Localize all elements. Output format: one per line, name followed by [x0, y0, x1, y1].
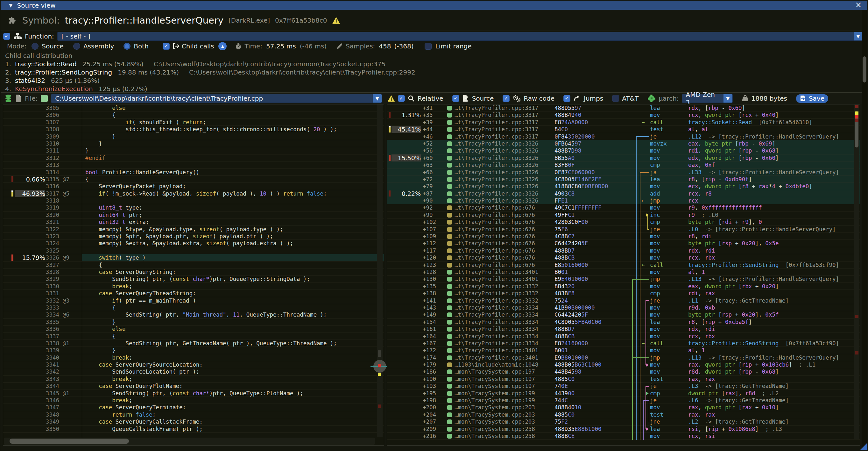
- source-line[interactable]: 3330 break;: [3, 283, 384, 290]
- asm-instruction-row[interactable]: +123…t\TracyProfiler.hpp:676E850160000←c…: [387, 262, 860, 269]
- source-line[interactable]: 3312#endif: [3, 154, 384, 161]
- asm-instruction-row[interactable]: +190…mon\TracySystem.cpp:1974885C0testra…: [387, 375, 860, 383]
- asm-instruction-row[interactable]: +109…t\TracyProfiler.hpp:6764C8BC7movr8,…: [387, 233, 860, 240]
- asm-instruction-row[interactable]: +63…t\TracyProfiler.cpp:332683F80Fcmpeax…: [387, 161, 860, 169]
- asm-instruction-row[interactable]: +79…t\TracyProfiler.cpp:3326418B8C80E0BF…: [387, 183, 860, 190]
- source-line[interactable]: 15.79%3326@9 switch( type ): [3, 254, 384, 261]
- close-icon[interactable]: ×: [854, 1, 863, 9]
- jumps-checkbox[interactable]: ✓: [563, 95, 570, 102]
- limit-range-checkbox[interactable]: [425, 43, 432, 50]
- source-line[interactable]: 3324 memcpy( &extra, &payload.extra, siz…: [3, 240, 384, 247]
- source-line[interactable]: 3322 memcpy( &type, &payload.type, sizeo…: [3, 226, 384, 233]
- source-line[interactable]: 46.93%3317@5 if( !m_sock->Read( &payload…: [3, 190, 384, 197]
- source-line[interactable]: 3329 SendString( ptr, (const char*)ptr, …: [3, 275, 384, 282]
- asm-instruction-row[interactable]: +120…t\TracyProfiler.hpp:676488BCBmovrcx…: [387, 254, 860, 261]
- asm-instruction-row[interactable]: 45.41%+44…t\TracyProfiler.cpp:331784C0te…: [387, 126, 860, 133]
- asm-instruction-row[interactable]: +174…t\TracyProfiler.cpp:3401E9B8010000j…: [387, 354, 860, 361]
- asm-instruction-row[interactable]: +154…t\TracyProfiler.cpp:33344C8D055FBA0…: [387, 319, 860, 326]
- source-line[interactable]: 3310 }: [3, 140, 384, 147]
- raw-code-checkbox[interactable]: ✓: [503, 95, 509, 102]
- source-line[interactable]: 3308 std::this_thread::sleep_for( std::c…: [3, 126, 384, 133]
- asm-instruction-row[interactable]: +207…mon\TracySystem.cpp:20375F2jne.L2 -…: [387, 418, 860, 425]
- source-line[interactable]: 3325: [3, 247, 384, 254]
- asm-instruction-row[interactable]: +164…t\TracyProfiler.cpp:3334488BCBmovrc…: [387, 333, 860, 340]
- child-calls-checkbox[interactable]: ✓: [163, 43, 169, 50]
- asm-instruction-row[interactable]: +209…mon\TracySystem.cpp:258488D35E88610…: [387, 425, 860, 432]
- source-line[interactable]: 3313: [3, 161, 384, 169]
- child-call-item[interactable]: 3.stat64i32625 μs (1.36%): [5, 77, 862, 85]
- child-call-item[interactable]: 2.tracy::Profiler::SendLongString19.88 m…: [5, 68, 862, 77]
- file-select[interactable]: C:\Users\wolf\Desktop\darkrl\contrib\tra…: [51, 94, 382, 103]
- asm-instruction-row[interactable]: 1.31%+35…t\TracyProfiler.cpp:3317488B494…: [387, 112, 860, 119]
- asm-instruction-row[interactable]: +200…mon\TracySystem.cpp:203488B4010movr…: [387, 404, 860, 411]
- att-checkbox[interactable]: [612, 95, 619, 102]
- radio-source[interactable]: [32, 43, 38, 50]
- asm-instruction-row[interactable]: +195…mon\TracySystem.cpp:199443900cmpdwo…: [387, 390, 860, 397]
- source-line[interactable]: 3348 return false;: [3, 411, 384, 418]
- source-line[interactable]: 3350 QueueCallstackFrame( ptr );: [3, 425, 384, 432]
- asm-instruction-row[interactable]: +204…mon\TracySystem.cpp:2034885C0testra…: [387, 411, 860, 418]
- source-line[interactable]: 3340 break;: [3, 354, 384, 361]
- source-line[interactable]: 3305 else: [3, 104, 384, 112]
- asm-instruction-row[interactable]: +216…mon\TracySystem.cpp:258488BCEmovrcx…: [387, 432, 860, 440]
- asm-instruction-row[interactable]: +186…mon\TracySystem.cpp:197448B4598movr…: [387, 368, 860, 375]
- source-minimap[interactable]: [377, 104, 382, 437]
- child-call-item[interactable]: 4.KeSynchronizeExecution125 μs (0.27%): [5, 85, 862, 92]
- source-checkbox[interactable]: ✓: [452, 95, 459, 102]
- collapse-icon[interactable]: ▼: [9, 3, 13, 8]
- asm-instruction-row[interactable]: 0.22%+87…t\TracyProfiler.cpp:33264903C8a…: [387, 190, 860, 197]
- source-line[interactable]: 3332@3 if( ptr == m_mainThread ): [3, 297, 384, 304]
- asm-instruction-row[interactable]: +138…t\TracyProfiler.cpp:3332483BF8cmprd…: [387, 290, 860, 297]
- child-call-item[interactable]: 1.tracy::Socket::Read25.25 ms (54.89%)C:…: [5, 60, 862, 68]
- asm-instruction-row[interactable]: +179…1103\include\atomic:1048488B05B63C1…: [387, 361, 860, 368]
- asm-instruction-row[interactable]: +72…t\TracyProfiler.cpp:33264C8D05F146F2…: [387, 176, 860, 183]
- chevron-down-icon[interactable]: ▼: [723, 94, 733, 102]
- asm-instruction-row[interactable]: +143…t\TracyProfiler.cpp:333441B90B00000…: [387, 304, 860, 311]
- asm-instruction-row[interactable]: +31…t\TracyProfiler.cpp:3317488D5597lear…: [387, 104, 860, 112]
- source-line[interactable]: 3347 case ServerQueryTerminate:: [3, 404, 384, 411]
- source-line[interactable]: 3349 case ServerQueryCallstackFrame:: [3, 418, 384, 425]
- source-line[interactable]: 3346 break;: [3, 397, 384, 404]
- source-line[interactable]: 3336 else: [3, 326, 384, 332]
- function-select[interactable]: [ - self - ] ▼: [57, 32, 863, 41]
- asm-instruction-row[interactable]: 15.50%+60…t\TracyProfiler.cpp:33268B55A0…: [387, 154, 860, 161]
- source-line[interactable]: 3309 }: [3, 133, 384, 140]
- source-line[interactable]: 3328 case ServerQueryString:: [3, 269, 384, 275]
- source-line[interactable]: 3341 case ServerQuerySourceLocation:: [3, 361, 384, 368]
- resize-grip[interactable]: [860, 443, 867, 450]
- window-scrollbar[interactable]: [862, 10, 867, 450]
- source-line[interactable]: 3318: [3, 197, 384, 204]
- asm-instruction-row[interactable]: +135…t\TracyProfiler.cpp:33328B4320movea…: [387, 283, 860, 290]
- asm-instruction-row[interactable]: +128…t\TracyProfiler.cpp:3401B001moval, …: [387, 269, 860, 275]
- asm-instruction-row[interactable]: +107…t\TracyProfiler.hpp:67675F6jne.L0 -…: [387, 226, 860, 233]
- asm-instruction-row[interactable]: +112…t\TracyProfiler.hpp:676C64424205Emo…: [387, 240, 860, 247]
- source-line[interactable]: 3307 if( shouldExit ) return;: [3, 119, 384, 126]
- source-line[interactable]: 3327 {: [3, 262, 384, 269]
- asm-instruction-row[interactable]: +117…t\TracyProfiler.hpp:676488BD7movrdx…: [387, 247, 860, 254]
- source-line[interactable]: 3334@6 SendString( ptr, "Main thread", 1…: [3, 311, 384, 318]
- source-line[interactable]: 3342 SendSourceLocation( ptr );: [3, 368, 384, 375]
- titlebar[interactable]: ▼ Source view ×: [1, 1, 867, 10]
- source-line[interactable]: 3343 break;: [3, 375, 384, 383]
- source-line[interactable]: 0.66%3315@7{: [3, 176, 384, 183]
- asm-instruction-row[interactable]: +92…t\TracyProfiler.hpp:67649C7C1FFFFFFF…: [387, 204, 860, 211]
- asm-instruction-row[interactable]: +102…t\TracyProfiler.hpp:67642803C0F00cm…: [387, 218, 860, 226]
- source-line[interactable]: 3339 }: [3, 347, 384, 354]
- source-line[interactable]: 3338@1 SendString( ptr, GetThreadName( p…: [3, 340, 384, 347]
- chevron-down-icon[interactable]: ▼: [373, 94, 382, 102]
- source-line[interactable]: 3345@1 SendString( ptr, (const char*)ptr…: [3, 390, 384, 397]
- asm-instruction-row[interactable]: +149…t\TracyProfiler.cpp:3334C64424205Fm…: [387, 311, 860, 318]
- asm-instruction-row[interactable]: +130…t\TracyProfiler.cpp:3401E9E4010000j…: [387, 275, 860, 282]
- asm-instruction-row[interactable]: +198…mon\TracySystem.cpp:199744Cje.L6 ->…: [387, 397, 860, 404]
- source-line[interactable]: 3331 case ServerQueryThreadString:: [3, 290, 384, 297]
- asm-instruction-row[interactable]: +172…t\TracyProfiler.cpp:3401B001moval, …: [387, 347, 860, 354]
- source-hscroll-thumb[interactable]: [9, 439, 129, 444]
- source-line[interactable]: 3319 uint8_t type;: [3, 204, 384, 211]
- asm-instruction-row[interactable]: +167…t\TracyProfiler.cpp:3334E824160000←…: [387, 340, 860, 347]
- radio-both[interactable]: [124, 43, 130, 50]
- collapse-child-calls-button[interactable]: ▲: [218, 42, 227, 50]
- asm-instruction-row[interactable]: +56…t\TracyProfiler.cpp:3326488B7D98movr…: [387, 147, 860, 154]
- source-hscrollbar[interactable]: [4, 438, 375, 445]
- asm-instruction-row[interactable]: +99…t\TracyProfiler.hpp:67649FFC1incr9 ;…: [387, 211, 860, 218]
- radio-assembly[interactable]: [73, 43, 80, 50]
